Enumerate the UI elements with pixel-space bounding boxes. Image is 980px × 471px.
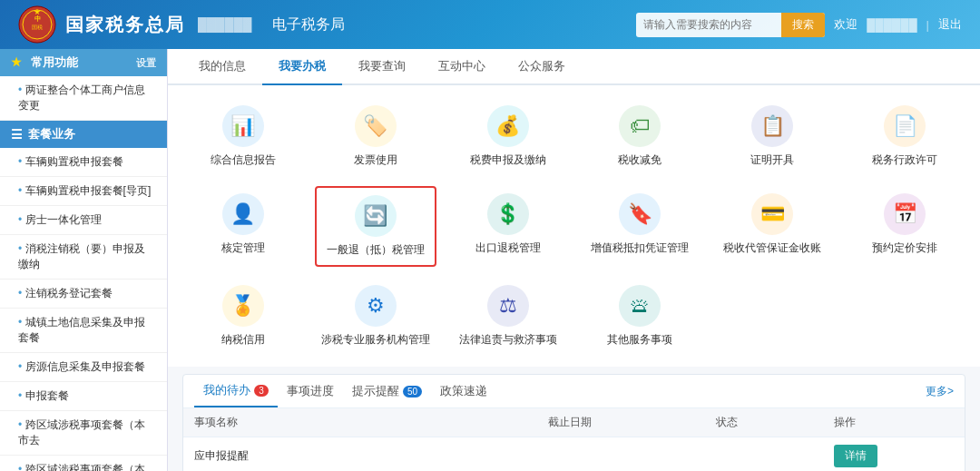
app-subtitle: 电子税务局 bbox=[272, 15, 345, 34]
sidebar-setting[interactable]: 设置 bbox=[136, 56, 156, 70]
verify-label: 核定管理 bbox=[221, 240, 265, 256]
export-refund-icon: 💲 bbox=[487, 193, 529, 235]
comprehensive-icon: 📊 bbox=[222, 105, 264, 147]
row1-action: 详情 bbox=[823, 437, 965, 471]
legal-label: 法律追责与救济事项 bbox=[459, 332, 557, 348]
other-label: 其他服务事项 bbox=[607, 332, 672, 348]
service-cert-open[interactable]: 📋 证明开具 bbox=[711, 98, 833, 175]
verify-icon: 👤 bbox=[222, 193, 264, 235]
todo-table: 事项名称 截止日期 状态 操作 应申报提醒 详情 bbox=[183, 408, 965, 471]
invoice-icon: 🏷️ bbox=[355, 105, 397, 147]
tax-agency-icon: ⚙ bbox=[355, 285, 397, 327]
sidebar-item-tax-cancel[interactable]: 消税注销税（要）申报及缴纳 bbox=[0, 235, 167, 280]
sidebar-common-header: ★ 常用功能 设置 bbox=[0, 49, 167, 76]
service-tax-agency[interactable]: ⚙ 涉税专业服务机构管理 bbox=[315, 278, 436, 355]
header: 中 国税 国家税务总局 ██████ 电子税务局 搜索 欢迎 ██████ | … bbox=[0, 0, 980, 49]
svg-text:国税: 国税 bbox=[32, 25, 43, 30]
tab-progress[interactable]: 事项进度 bbox=[278, 376, 343, 407]
sidebar-item-house-info[interactable]: 房源信息采集及申报套餐 bbox=[0, 353, 167, 382]
tax-permit-label: 税务行政许可 bbox=[872, 152, 937, 168]
col-action: 操作 bbox=[823, 408, 965, 437]
sidebar: ★ 常用功能 设置 两证整合个体工商户信息变更 ☰ 套餐业务 车辆购置税申报套餐… bbox=[0, 49, 168, 471]
col-deadline: 截止日期 bbox=[537, 408, 705, 437]
cert-open-icon: 📋 bbox=[751, 105, 793, 147]
vat-cert-icon: 🔖 bbox=[619, 193, 661, 235]
header-right: 搜索 欢迎 ██████ | 退出 bbox=[636, 13, 962, 37]
tab-my-query[interactable]: 我要查询 bbox=[342, 49, 422, 85]
col-name: 事项名称 bbox=[183, 408, 537, 437]
sidebar-item-cross-area-2[interactable]: 跨区域涉税事项套餐（本市跨 bbox=[0, 456, 167, 471]
service-tax-declare[interactable]: 💰 税费申报及缴纳 bbox=[447, 98, 569, 175]
star-icon: ★ bbox=[11, 55, 22, 69]
sidebar-item-two-cert[interactable]: 两证整合个体工商户信息变更 bbox=[0, 76, 167, 121]
service-comprehensive[interactable]: 📊 综合信息报告 bbox=[182, 98, 304, 175]
appointment-icon: 📅 bbox=[884, 193, 926, 235]
service-grid: 📊 综合信息报告 🏷️ 发票使用 💰 税费申报及缴纳 🏷 税收减免 📋 证明开具 bbox=[168, 85, 980, 367]
legal-icon: ⚖ bbox=[487, 285, 529, 327]
tax-declare-label: 税费申报及缴纳 bbox=[470, 152, 546, 168]
tab-my-info[interactable]: 我的信息 bbox=[182, 49, 262, 85]
my-todo-badge: 3 bbox=[254, 385, 269, 397]
tax-reduction-label: 税收减免 bbox=[618, 152, 662, 168]
package-icon: ☰ bbox=[11, 127, 23, 142]
tab-my-tax[interactable]: 我要办税 bbox=[262, 49, 342, 85]
tab-interact[interactable]: 互动中心 bbox=[422, 49, 502, 85]
main-tabs: 我的信息 我要办税 我要查询 互动中心 公众服务 bbox=[168, 49, 980, 85]
org-title: 国家税务总局 bbox=[65, 13, 185, 37]
service-verify[interactable]: 👤 核定管理 bbox=[182, 186, 304, 267]
separator: | bbox=[926, 18, 929, 32]
tax-agency-label: 涉税专业服务机构管理 bbox=[321, 332, 430, 348]
invoice-label: 发票使用 bbox=[354, 152, 397, 168]
detail-button-1[interactable]: 详情 bbox=[834, 445, 877, 467]
sidebar-item-deregister[interactable]: 注销税务登记套餐 bbox=[0, 280, 167, 309]
table-row: 应申报提醒 详情 bbox=[183, 437, 965, 471]
service-vat-cert[interactable]: 🔖 增值税抵扣凭证管理 bbox=[579, 186, 701, 267]
reminders-label: 提示提醒 bbox=[352, 383, 399, 399]
row1-deadline bbox=[537, 437, 705, 471]
tab-my-todo[interactable]: 我的待办 3 bbox=[194, 375, 278, 407]
progress-label: 事项进度 bbox=[287, 383, 334, 399]
sidebar-item-vehicle-tax[interactable]: 车辆购置税申报套餐 bbox=[0, 148, 167, 177]
service-tax-deposit[interactable]: 💳 税收代管保证金收账 bbox=[711, 186, 833, 267]
tax-deposit-label: 税收代管保证金收账 bbox=[723, 240, 821, 256]
my-todo-label: 我的待办 bbox=[203, 382, 250, 398]
service-tax-reduction[interactable]: 🏷 税收减免 bbox=[579, 98, 701, 175]
tax-credit-icon: 🏅 bbox=[222, 285, 264, 327]
service-other[interactable]: 🛎 其他服务事项 bbox=[579, 278, 701, 355]
main-content: 我的信息 我要办税 我要查询 互动中心 公众服务 📊 综合信息报告 🏷️ 发票使… bbox=[168, 49, 980, 471]
sidebar-package-header: ☰ 套餐业务 bbox=[0, 121, 167, 148]
service-export-refund[interactable]: 💲 出口退税管理 bbox=[447, 186, 569, 267]
tax-permit-icon: 📄 bbox=[884, 105, 926, 147]
logo-area: 中 国税 国家税务总局 ██████ 电子税务局 bbox=[18, 5, 345, 44]
tab-reminders[interactable]: 提示提醒 50 bbox=[343, 376, 431, 407]
sidebar-item-house-manage[interactable]: 房士一体化管理 bbox=[0, 206, 167, 235]
other-icon: 🛎 bbox=[619, 285, 661, 327]
vat-cert-label: 增值税抵扣凭证管理 bbox=[591, 240, 689, 256]
search-input[interactable] bbox=[636, 15, 781, 34]
todo-more-link[interactable]: 更多> bbox=[926, 384, 954, 399]
svg-text:中: 中 bbox=[34, 15, 41, 22]
org-name-placeholder: ██████ bbox=[198, 17, 252, 32]
search-button[interactable]: 搜索 bbox=[781, 13, 825, 37]
service-tax-credit[interactable]: 🏅 纳税信用 bbox=[182, 278, 304, 355]
sidebar-item-vehicle-tax-nav[interactable]: 车辆购置税申报套餐[导页] bbox=[0, 177, 167, 206]
sidebar-item-land-info[interactable]: 城镇土地信息采集及申报套餐 bbox=[0, 309, 167, 353]
tab-public[interactable]: 公众服务 bbox=[502, 49, 582, 85]
service-appointment[interactable]: 📅 预约定价安排 bbox=[844, 186, 965, 267]
todo-section: 我的待办 3 事项进度 提示提醒 50 政策速递 更多> 事项名称 bbox=[182, 374, 965, 471]
appointment-label: 预约定价安排 bbox=[872, 240, 937, 256]
sidebar-item-cross-area-1[interactable]: 跨区域涉税事项套餐（本市去 bbox=[0, 411, 167, 456]
service-legal[interactable]: ⚖ 法律追责与救济事项 bbox=[447, 278, 569, 355]
reminders-badge: 50 bbox=[403, 386, 422, 397]
service-invoice[interactable]: 🏷️ 发票使用 bbox=[315, 98, 436, 175]
tax-credit-label: 纳税信用 bbox=[221, 332, 265, 348]
logout-link[interactable]: 退出 bbox=[938, 16, 962, 33]
service-general-refund[interactable]: 🔄 一般退（抵）税管理 bbox=[315, 186, 436, 267]
tab-policy[interactable]: 政策速递 bbox=[431, 376, 496, 407]
service-tax-permit[interactable]: 📄 税务行政许可 bbox=[844, 98, 965, 175]
tax-deposit-icon: 💳 bbox=[751, 193, 793, 235]
row1-status bbox=[705, 437, 823, 471]
sidebar-item-report[interactable]: 申报套餐 bbox=[0, 382, 167, 411]
sidebar-common-label: ★ 常用功能 bbox=[11, 54, 78, 71]
export-refund-label: 出口退税管理 bbox=[475, 240, 541, 256]
